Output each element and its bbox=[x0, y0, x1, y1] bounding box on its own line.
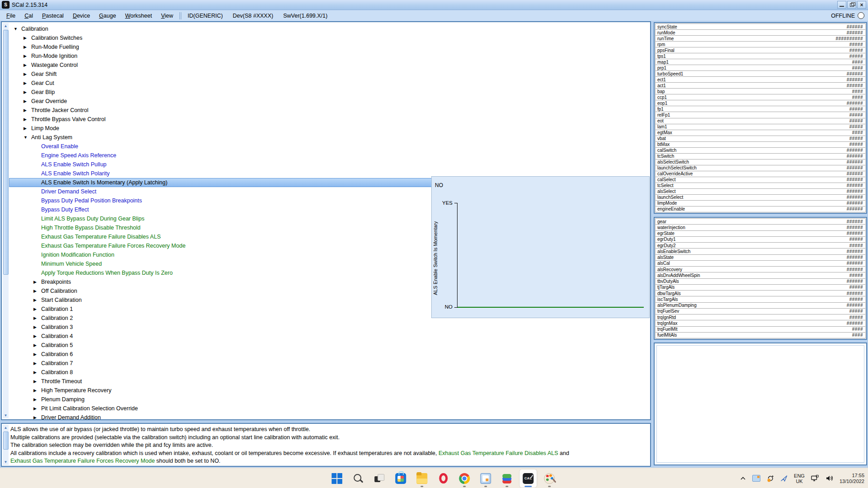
watch-row[interactable]: dbwTargAls###### bbox=[655, 290, 866, 296]
watch-row[interactable]: calOverrideActive###### bbox=[655, 171, 866, 177]
tree-toggle-icon[interactable]: ▶ bbox=[33, 406, 41, 411]
scal-icon[interactable]: CAL bbox=[519, 469, 537, 488]
tree-toggle-icon[interactable]: ▶ bbox=[33, 298, 41, 302]
tree-item[interactable]: ▼Calibration bbox=[9, 24, 649, 33]
watch-row[interactable]: alsState###### bbox=[655, 254, 866, 260]
tree-item[interactable]: ▶Gear Cut bbox=[9, 79, 649, 88]
watch-row[interactable]: tcSwitch###### bbox=[655, 153, 866, 159]
tree-toggle-icon[interactable]: ▶ bbox=[24, 99, 31, 103]
tree-toggle-icon[interactable]: ▶ bbox=[33, 379, 41, 384]
description-link[interactable]: Exhaust Gas Temperature Failure Disables… bbox=[439, 450, 558, 456]
opera-icon[interactable] bbox=[434, 469, 452, 488]
watch-row[interactable]: fp1##### bbox=[655, 106, 866, 112]
tree-item[interactable]: ▶Pit Limit Calibration Selection Overrid… bbox=[9, 404, 649, 413]
watch-row[interactable]: map1#### bbox=[655, 59, 866, 65]
menu-gauge[interactable]: Gauge bbox=[94, 12, 121, 20]
watch-row[interactable]: launchSelectSwitch###### bbox=[655, 165, 866, 171]
watch-row[interactable]: egrState###### bbox=[655, 230, 866, 236]
network-icon[interactable] bbox=[811, 474, 819, 482]
tree-toggle-icon[interactable]: ▶ bbox=[33, 334, 41, 338]
watch-row[interactable]: lam1##### bbox=[655, 124, 866, 130]
watch-row[interactable]: ccp1#### bbox=[655, 94, 866, 100]
watch-row[interactable]: alsCal###### bbox=[655, 260, 866, 266]
tree-item[interactable]: ▶Limp Mode bbox=[9, 124, 649, 133]
tree-toggle-icon[interactable]: ▶ bbox=[24, 126, 31, 131]
watch-row[interactable]: limpMode###### bbox=[655, 200, 866, 206]
watch-row[interactable]: trqFuelMlt#### bbox=[655, 326, 866, 332]
tree-item[interactable]: ▶Driver Demand Addition bbox=[9, 413, 649, 420]
tree-item[interactable]: ▶Calibration Switches bbox=[9, 33, 649, 42]
menu-pastecal[interactable]: Pastecal bbox=[38, 12, 68, 20]
tree-scrollbar-thumb[interactable] bbox=[3, 30, 9, 275]
watch-row[interactable]: waterInjection###### bbox=[655, 224, 866, 230]
watch-row[interactable]: vbat##### bbox=[655, 136, 866, 141]
watch-row[interactable]: runTime########## bbox=[655, 35, 866, 41]
minimize-button[interactable] bbox=[837, 1, 846, 9]
tree-toggle-icon[interactable]: ▶ bbox=[24, 36, 31, 40]
tree-toggle-icon[interactable]: ▶ bbox=[33, 397, 41, 402]
watch-row[interactable]: tps1##### bbox=[655, 53, 866, 59]
watch-row[interactable]: alsSelect###### bbox=[655, 188, 866, 194]
tree-item[interactable]: ▶Gear Blip bbox=[9, 88, 649, 97]
tree-toggle-icon[interactable]: ▶ bbox=[33, 361, 41, 366]
watch-row[interactable]: act1###### bbox=[655, 82, 866, 88]
tree-toggle-icon[interactable]: ▶ bbox=[33, 343, 41, 347]
watch-row[interactable]: eot##### bbox=[655, 118, 866, 124]
watch-row[interactable]: bap#### bbox=[655, 88, 866, 94]
watch-row[interactable]: egrDuty2##### bbox=[655, 242, 866, 248]
watch-row[interactable]: syncState###### bbox=[655, 23, 866, 29]
location-icon[interactable] bbox=[780, 475, 788, 482]
tree-toggle-icon[interactable]: ▶ bbox=[33, 325, 41, 329]
restore-button[interactable] bbox=[847, 1, 856, 9]
watch-row[interactable]: engineEnable###### bbox=[655, 206, 866, 212]
tree-item[interactable]: ▶High Temperature Recovery bbox=[9, 386, 649, 395]
paint-icon[interactable] bbox=[541, 469, 558, 488]
tree-item[interactable]: ▶Calibration 5 bbox=[9, 341, 649, 350]
tray-photos-icon[interactable] bbox=[752, 475, 760, 482]
watch-row[interactable]: alsEnableSwitch###### bbox=[655, 248, 866, 254]
tree-item[interactable]: ▶Calibration 3 bbox=[9, 323, 649, 332]
tree-item[interactable]: ALS Enable Switch Pullup bbox=[9, 160, 649, 169]
tree-toggle-icon[interactable]: ▶ bbox=[24, 54, 31, 58]
bluestacks-icon[interactable] bbox=[498, 469, 515, 488]
tree-item[interactable]: ▶Throttle Timeout bbox=[9, 377, 649, 386]
watch-row[interactable]: tcSelect###### bbox=[655, 183, 866, 188]
watch-row[interactable]: alsDrvAddWheelSpin##### bbox=[655, 272, 866, 278]
watch-row[interactable]: runMode###### bbox=[655, 29, 866, 35]
tree-item[interactable]: ▼Anti Lag System bbox=[9, 133, 649, 142]
watch-row[interactable]: fuelMltAls#### bbox=[655, 332, 866, 338]
search-icon[interactable] bbox=[349, 469, 367, 488]
tree-item[interactable]: ▶Calibration 4 bbox=[9, 332, 649, 341]
task-view-icon[interactable] bbox=[371, 469, 388, 488]
tree-toggle-icon[interactable]: ▶ bbox=[33, 307, 41, 311]
watch-row[interactable]: ect1###### bbox=[655, 76, 866, 82]
tree-item[interactable]: ▶Calibration 8 bbox=[9, 368, 649, 377]
tree-toggle-icon[interactable]: ▶ bbox=[33, 352, 41, 357]
tree-toggle-icon[interactable]: ▶ bbox=[33, 415, 41, 420]
description-scrollbar-thumb[interactable] bbox=[3, 432, 9, 450]
tree-toggle-icon[interactable]: ▶ bbox=[24, 90, 31, 94]
tree-item[interactable]: Overall Enable bbox=[9, 142, 649, 151]
watch-row[interactable]: ppsFinal##### bbox=[655, 47, 866, 53]
close-button[interactable]: × bbox=[857, 1, 866, 9]
tree-scrollbar[interactable]: ▲ ▼ bbox=[3, 23, 9, 418]
watch-row[interactable]: tjTargAls##### bbox=[655, 284, 866, 290]
menu-file[interactable]: File bbox=[2, 12, 20, 20]
tree-toggle-icon[interactable]: ▶ bbox=[24, 108, 31, 113]
tree-item[interactable]: ▶Throttle Bypass Valve Control bbox=[9, 115, 649, 124]
menu-worksheet[interactable]: Worksheet bbox=[121, 12, 157, 20]
tree-item[interactable]: ▶Gear Override bbox=[9, 97, 649, 106]
tree-toggle-icon[interactable]: ▶ bbox=[33, 388, 41, 393]
watch-row[interactable]: btMax##### bbox=[655, 141, 866, 147]
clock[interactable]: 17:55 13/10/2022 bbox=[840, 473, 864, 484]
language-indicator[interactable]: ENG UK bbox=[794, 473, 805, 484]
tree-item[interactable]: ▶Calibration 7 bbox=[9, 359, 649, 368]
tree-item[interactable]: ▶Throttle Jacker Control bbox=[9, 106, 649, 115]
tree-item[interactable]: ▶Gear Shift bbox=[9, 70, 649, 79]
menu-device[interactable]: Device bbox=[68, 12, 94, 20]
watch-row[interactable]: alsSelectSwitch###### bbox=[655, 159, 866, 165]
watch-row[interactable]: trqIgnMax###### bbox=[655, 320, 866, 326]
menu-view[interactable]: View bbox=[156, 12, 178, 20]
tree-toggle-icon[interactable]: ▶ bbox=[24, 72, 31, 76]
menu-cal[interactable]: Cal bbox=[20, 12, 38, 20]
